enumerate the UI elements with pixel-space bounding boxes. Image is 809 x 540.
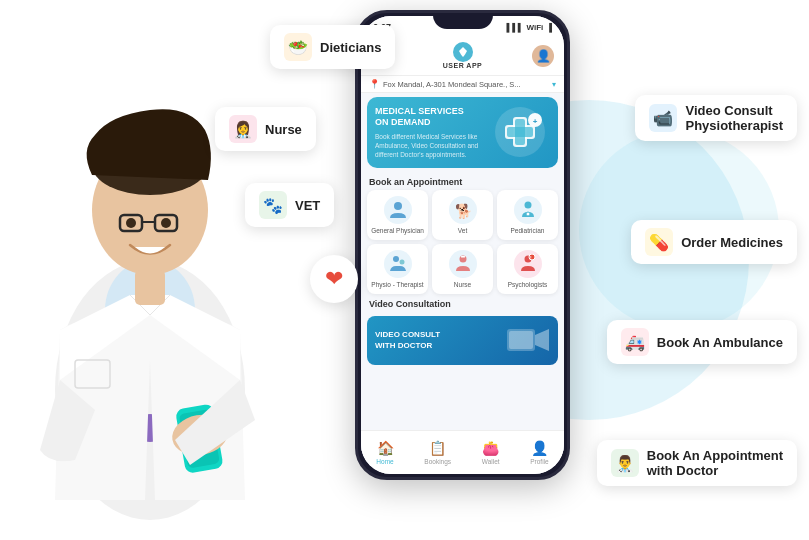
signal-icon: ▌▌▌ <box>507 23 524 32</box>
video-banner-image <box>505 323 550 358</box>
physio-label: Physio - Therapist <box>371 281 423 288</box>
svg-point-8 <box>161 218 171 228</box>
phone-notch <box>433 13 493 29</box>
svg-rect-29 <box>461 256 465 258</box>
banner-title: MEDICAL SERVICESON DEMAND <box>375 106 490 129</box>
bubble-vet: 🐾 VET <box>245 183 334 227</box>
psychologist-label: Psychologists <box>508 281 548 288</box>
svg-rect-34 <box>509 331 533 349</box>
ambulance-label: Book An Ambulance <box>657 335 783 350</box>
phone-mockup: 6:07 ▌▌▌ WiFi ▐ USER APP 👤 📍 Fox Mandal,… <box>355 10 570 480</box>
vet-label: VET <box>295 198 320 213</box>
svg-point-26 <box>393 256 399 262</box>
general-physician-icon <box>384 196 412 224</box>
appt-physio[interactable]: Physio - Therapist <box>367 244 428 294</box>
vet-appt-icon: 🐕 <box>449 196 477 224</box>
bottom-spacer <box>361 369 564 419</box>
physio-icon <box>384 250 412 278</box>
appt-vet[interactable]: 🐕 Vet <box>432 190 493 240</box>
medicines-icon: 💊 <box>645 228 673 256</box>
nurse-appt-icon <box>449 250 477 278</box>
profile-label: Profile <box>530 458 548 465</box>
logo-icon <box>453 42 473 62</box>
app-title: USER APP <box>443 62 483 69</box>
svg-marker-35 <box>535 329 549 351</box>
video-consult-section: VIDEO CONSULTWITH DOCTOR <box>361 312 564 369</box>
psychologist-icon: ! <box>514 250 542 278</box>
order-medicines-label: Order Medicines <box>681 235 783 250</box>
appt-general-physician[interactable]: General Physician <box>367 190 428 240</box>
profile-icon: 👤 <box>531 440 548 456</box>
pediatrician-label: Pediatrician <box>511 227 545 234</box>
bookings-label: Bookings <box>424 458 451 465</box>
svg-point-27 <box>399 260 404 265</box>
nav-home[interactable]: 🏠 Home <box>376 440 393 465</box>
bubble-nurse: 👩‍⚕️ Nurse <box>215 107 316 151</box>
ambulance-icon: 🚑 <box>621 328 649 356</box>
svg-text:🐕: 🐕 <box>455 203 473 220</box>
nurse-icon: 👩‍⚕️ <box>229 115 257 143</box>
video-consultation-title: Video Consultation <box>361 294 564 312</box>
status-icons: ▌▌▌ WiFi ▐ <box>507 23 553 32</box>
pediatrician-icon <box>514 196 542 224</box>
bottom-navigation: 🏠 Home 📋 Bookings 👛 Wallet 👤 Profile <box>361 430 564 474</box>
wallet-icon: 👛 <box>482 440 499 456</box>
bookings-icon: 📋 <box>429 440 446 456</box>
appt-psychologist[interactable]: ! Psychologists <box>497 244 558 294</box>
vet-appt-label: Vet <box>458 227 467 234</box>
medical-services-banner[interactable]: MEDICAL SERVICESON DEMAND Book different… <box>367 97 558 168</box>
appt-pediatrician[interactable]: Pediatrician <box>497 190 558 240</box>
bubble-dieticians: 🥗 Dieticians <box>270 25 395 69</box>
heart-icon: ❤ <box>325 266 343 292</box>
svg-rect-14 <box>135 270 165 305</box>
book-appt-label: Book An Appointmentwith Doctor <box>647 448 783 478</box>
general-physician-label: General Physician <box>371 227 424 234</box>
svg-rect-19 <box>507 127 533 137</box>
svg-point-7 <box>126 218 136 228</box>
video-banner-text: VIDEO CONSULTWITH DOCTOR <box>375 330 440 351</box>
bubble-video-consult: 📹 Video ConsultPhysiotherapist <box>635 95 797 141</box>
video-consult-banner[interactable]: VIDEO CONSULTWITH DOCTOR <box>367 316 558 365</box>
location-bar[interactable]: 📍 Fox Mandal, A-301 Mondeal Square., S..… <box>361 76 564 93</box>
banner-image: + <box>490 105 550 160</box>
home-label: Home <box>376 458 393 465</box>
book-appt-icon: 👨‍⚕️ <box>611 449 639 477</box>
dieticians-label: Dieticians <box>320 40 381 55</box>
nurse-appt-label: Nurse <box>454 281 471 288</box>
bubble-order-medicines: 💊 Order Medicines <box>631 220 797 264</box>
nav-profile[interactable]: 👤 Profile <box>530 440 548 465</box>
banner-text: MEDICAL SERVICESON DEMAND Book different… <box>375 106 490 160</box>
app-logo: USER APP <box>443 42 483 69</box>
svg-point-25 <box>526 212 530 216</box>
wifi-icon: WiFi <box>527 23 544 32</box>
nav-bookings[interactable]: 📋 Bookings <box>424 440 451 465</box>
video-consult-label: Video ConsultPhysiotherapist <box>685 103 783 133</box>
video-consult-icon: 📹 <box>649 104 677 132</box>
appointment-grid: General Physician 🐕 Vet Pediatrician <box>361 190 564 294</box>
location-text: Fox Mandal, A-301 Mondeal Square., S... <box>383 80 521 89</box>
home-icon: 🏠 <box>377 440 394 456</box>
svg-point-22 <box>394 202 402 210</box>
video-banner-title: VIDEO CONSULTWITH DOCTOR <box>375 330 440 351</box>
nurse-label: Nurse <box>265 122 302 137</box>
user-avatar[interactable]: 👤 <box>532 45 554 67</box>
book-appointment-title: Book an Appointment <box>361 172 564 190</box>
chevron-down-icon: ▾ <box>552 80 556 89</box>
wallet-label: Wallet <box>482 458 500 465</box>
bubble-book-appointment: 👨‍⚕️ Book An Appointmentwith Doctor <box>597 440 797 486</box>
phone-screen: 6:07 ▌▌▌ WiFi ▐ USER APP 👤 📍 Fox Mandal,… <box>361 16 564 474</box>
svg-text:+: + <box>532 117 537 126</box>
doctor-illustration <box>0 0 310 540</box>
heart-bubble: ❤ <box>310 255 358 303</box>
scroll-content: MEDICAL SERVICESON DEMAND Book different… <box>361 93 564 461</box>
vet-icon: 🐾 <box>259 191 287 219</box>
bubble-ambulance: 🚑 Book An Ambulance <box>607 320 797 364</box>
banner-subtitle: Book different Medical Services like Amb… <box>375 132 490 159</box>
svg-point-24 <box>524 202 531 209</box>
location-pin-icon: 📍 <box>369 79 380 89</box>
nav-wallet[interactable]: 👛 Wallet <box>482 440 500 465</box>
dieticians-icon: 🥗 <box>284 33 312 61</box>
appt-nurse[interactable]: Nurse <box>432 244 493 294</box>
battery-icon: ▐ <box>546 23 552 32</box>
